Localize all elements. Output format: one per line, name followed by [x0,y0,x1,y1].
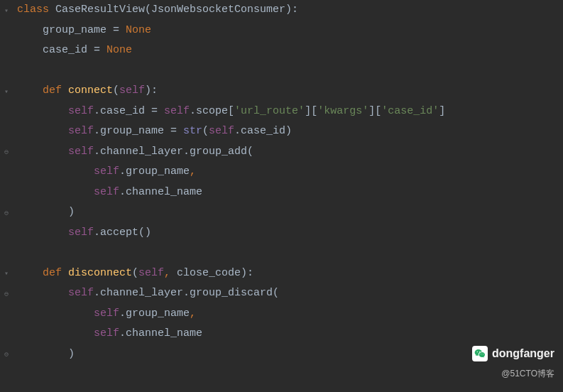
code-line[interactable]: self.group_name, [17,162,445,183]
code-area[interactable]: class CaseResultView(JsonWebsocketConsum… [14,0,445,392]
code-line[interactable]: ) [17,202,445,223]
fold-icon[interactable]: ▾ [3,7,10,14]
code-line[interactable]: group_name = None [17,21,445,41]
code-line[interactable]: def connect(self): [17,81,445,102]
code-line[interactable]: self.channel_name [17,183,445,203]
code-line[interactable]: self.group_name, [17,304,445,325]
editor-gutter: ▾▾⊖⊖▾⊖⊖ [0,0,14,392]
code-line[interactable] [17,61,445,82]
code-line[interactable]: class CaseResultView(JsonWebsocketConsum… [17,0,445,21]
fold-icon[interactable]: ⊖ [3,209,10,217]
code-line[interactable]: self.group_name = str(self.case_id) [17,121,445,142]
fold-icon[interactable]: ⊖ [3,149,10,156]
fold-icon[interactable]: ▾ [3,88,10,95]
fold-icon[interactable]: ⊖ [3,352,10,359]
code-line[interactable]: case_id = None [17,40,445,61]
code-editor[interactable]: ▾▾⊖⊖▾⊖⊖ class CaseResultView(JsonWebsock… [0,0,563,392]
code-line[interactable]: self.channel_layer.group_discard( [17,283,445,304]
code-line[interactable]: ) [17,344,445,365]
code-line[interactable]: self.channel_name [17,324,445,344]
fold-icon[interactable]: ▾ [3,271,10,278]
fold-icon[interactable]: ⊖ [3,290,10,298]
code-line[interactable]: self.channel_layer.group_add( [17,142,445,163]
code-line[interactable]: self.accept() [17,223,445,244]
code-line[interactable] [17,243,445,263]
code-line[interactable]: def disconnect(self, close_code): [17,263,445,284]
code-line[interactable]: self.case_id = self.scope['url_route']['… [17,102,445,122]
